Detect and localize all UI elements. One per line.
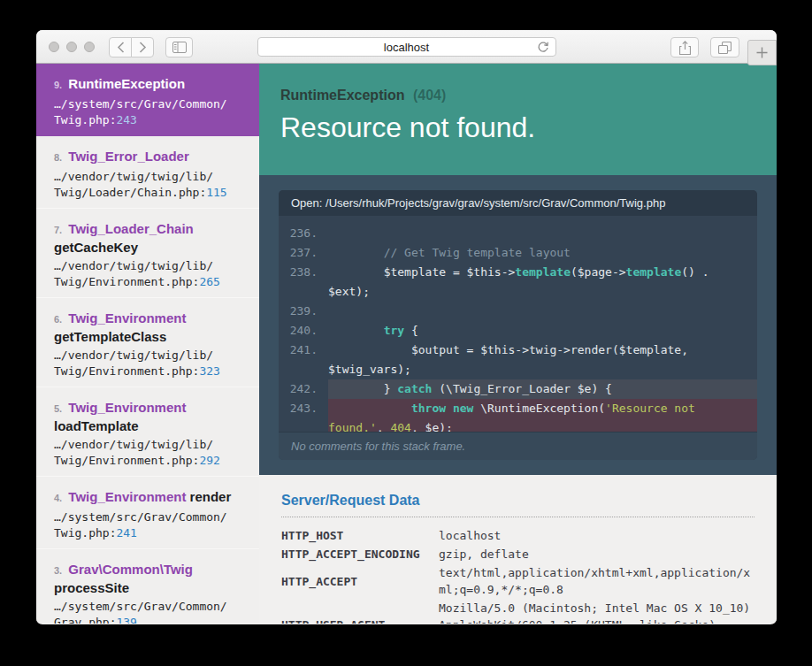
server-data-value: localhost [439,527,755,544]
frame-line-number: 265 [199,275,219,288]
code-token: $output = $this->twig->render($template,… [328,343,695,376]
code-token: (\Twig_Error_Loader $e) { [432,382,612,395]
code-line-source: $output = $this->twig->render($template,… [328,341,757,379]
frame-method: render [190,489,232,504]
frame-class: Twig_Loader_Chain [68,221,193,236]
server-data-row: HTTP_ACCEPT_ENCODINGgzip, deflate [281,546,755,563]
stack-frame[interactable]: 5. Twig_Environment loadTemplate…/vendor… [36,387,259,477]
code-line-source: throw new \RuntimeException('Resource no… [328,399,757,432]
back-button[interactable] [109,37,132,57]
frame-title: 7. Twig_Loader_Chain getCacheKey [54,220,241,256]
code-line-number: 236. [279,224,328,243]
frame-number: 4. [54,493,62,503]
open-file-link[interactable]: Open: /Users/rhuk/Projects/grav/grav/sys… [279,190,757,216]
frame-line-number: 323 [199,364,219,378]
stack-frames-list: 9. RuntimeException…/system/src/Grav/Com… [36,64,259,624]
frame-number: 6. [54,314,62,325]
zoom-button[interactable] [84,42,95,52]
share-button[interactable] [670,37,699,57]
frame-title: 6. Twig_Environment getTemplateClass [54,310,241,345]
code-panel: Open: /Users/rhuk/Projects/grav/grav/sys… [259,175,777,475]
code-token: , [377,421,391,432]
frame-path: …/system/src/Grav/Common/Twig.php:241 [54,509,241,541]
window-controls [49,42,95,52]
frame-title: 9. RuntimeException [54,75,241,94]
frame-comments: No comments for this stack frame. [279,432,757,460]
code-line-number: 242. [279,379,328,399]
code-line: 241. $output = $this->twig->render($temp… [279,341,757,379]
tab-overview-icon [718,42,732,54]
exception-header: RuntimeException (404) Resource not foun… [259,64,777,175]
share-icon [679,41,691,55]
stack-frame[interactable]: 9. RuntimeException…/system/src/Grav/Com… [36,64,259,136]
code-token: // Get Twig template layout [328,246,571,259]
server-data-key: HTTP_USER_AGENT [281,616,439,624]
code-line-number: 239. [279,302,328,321]
address-bar[interactable]: localhost [257,37,556,57]
browser-window: localhost 9. RuntimeException…/system/sr… [36,30,777,624]
frame-path: …/system/src/Grav/Common/Twig.php:243 [54,96,241,128]
new-tab-button[interactable] [747,40,777,65]
frame-line-number: 243 [116,113,136,126]
frame-file: …/system/src/Grav/Common/Twig.php [54,510,227,540]
server-data-row: HTTP_USER_AGENTMozilla/5.0 (Macintosh; I… [281,600,755,624]
url-text: localhost [384,41,429,54]
code-line-source: } catch (\Twig_Error_Loader $e) { [328,379,757,399]
frame-class: RuntimeException [68,76,185,91]
sidebar-toggle-icon [172,42,187,53]
frame-method: getCacheKey [54,240,138,255]
minimize-button[interactable] [66,42,77,52]
code-line-source: try { [328,321,757,341]
browser-toolbar: localhost [36,30,777,64]
frame-path: …/vendor/twig/twig/lib/Twig/Environment.… [54,258,241,290]
frame-class: Twig_Error_Loader [68,149,188,164]
code-line: 238. $template = $this->template($page->… [279,263,757,302]
frame-title: 8. Twig_Error_Loader [54,148,241,166]
code-line: 236. [279,224,757,243]
frame-line-number: 292 [199,454,219,467]
code-token: $template = $this-> [328,265,515,279]
frame-method: getTemplateClass [54,329,166,344]
frame-file: …/vendor/twig/twig/lib/Twig/Environment.… [54,438,213,467]
frame-file: …/vendor/twig/twig/lib/Twig/Environment.… [54,259,213,288]
exception-message: Resource not found. [280,111,755,144]
code-token: \RuntimeException( [473,402,605,415]
server-data-key: HTTP_ACCEPT [281,573,439,590]
code-line-number: 243. [279,399,328,432]
close-button[interactable] [49,42,59,52]
stack-frame[interactable]: 6. Twig_Environment getTemplateClass…/ve… [36,298,259,387]
server-data-value: gzip, deflate [439,546,755,563]
frame-number: 7. [54,225,62,235]
stack-frame[interactable]: 3. Grav\Common\Twig processSite…/system/… [36,549,259,624]
frame-title: 3. Grav\Common\Twig processSite [54,561,241,596]
code-line: 240. try { [279,321,757,341]
code-token: new [453,402,473,415]
server-data-value: text/html,application/xhtml+xml,applicat… [439,564,755,598]
reload-button[interactable] [537,41,549,54]
forward-button[interactable] [131,37,154,57]
code-token: 404 [390,421,410,432]
code-line-source: $template = $this->template($page->templ… [328,263,757,302]
server-data-row: HTTP_HOSTlocalhost [281,527,755,544]
frame-number: 3. [54,565,62,576]
stack-frame[interactable]: 7. Twig_Loader_Chain getCacheKey…/vendor… [36,209,259,298]
sidebar-toggle-button[interactable] [165,37,193,57]
code-line-number: 237. [279,243,328,263]
server-data-key: HTTP_ACCEPT_ENCODING [281,546,439,563]
stack-frame[interactable]: 8. Twig_Error_Loader…/vendor/twig/twig/l… [36,136,259,209]
code-token [328,402,411,415]
code-token: template [626,265,682,279]
code-token: throw [411,402,446,415]
code-line-number: 240. [279,321,328,341]
exception-detail-panel: RuntimeException (404) Resource not foun… [259,64,777,624]
forward-icon [139,42,147,53]
tab-overview-button[interactable] [710,37,739,57]
frame-class: Twig_Environment [68,489,186,504]
code-line: 239. [279,302,757,321]
code-line: 243. throw new \RuntimeException('Resour… [279,399,757,432]
code-line: 242. } catch (\Twig_Error_Loader $e) { [279,379,757,399]
reload-icon [537,41,549,54]
code-token [446,402,453,415]
stack-frame[interactable]: 4. Twig_Environment render…/system/src/G… [36,477,259,549]
frame-path: …/vendor/twig/twig/lib/Twig/Loader/Chain… [54,169,241,201]
